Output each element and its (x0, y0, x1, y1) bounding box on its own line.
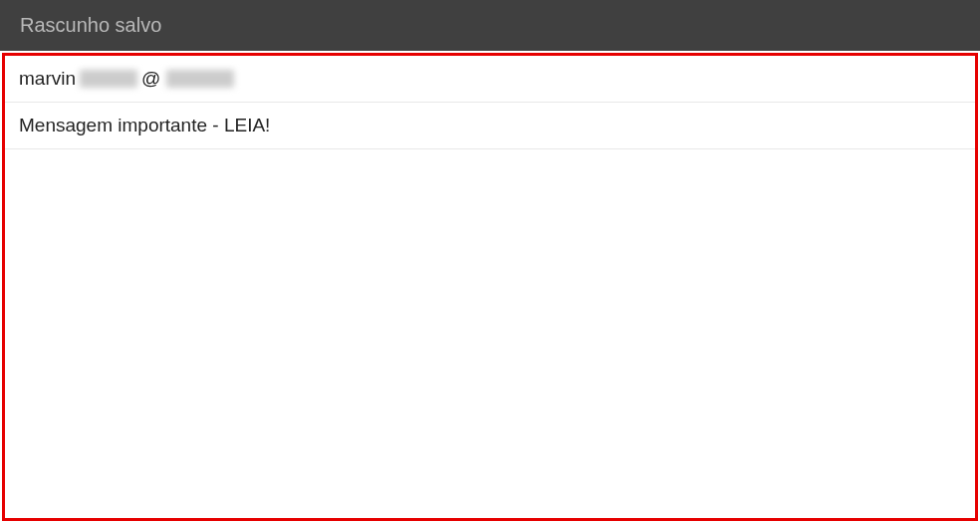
redacted-text (80, 70, 137, 88)
compose-window: Rascunho salvo marvin @ (0, 0, 980, 523)
body-field-row (5, 149, 975, 518)
recipient-field[interactable]: marvin @ (5, 56, 975, 103)
subject-field-row (5, 103, 975, 149)
compose-fields: marvin @ (2, 53, 978, 521)
body-textarea[interactable] (19, 163, 961, 504)
compose-header: Rascunho salvo (0, 0, 980, 51)
recipient-text-prefix: marvin (19, 68, 76, 90)
recipient-at-symbol: @ (141, 68, 160, 90)
subject-input[interactable] (19, 115, 961, 136)
header-title: Rascunho salvo (20, 14, 161, 36)
redacted-text (166, 70, 234, 88)
